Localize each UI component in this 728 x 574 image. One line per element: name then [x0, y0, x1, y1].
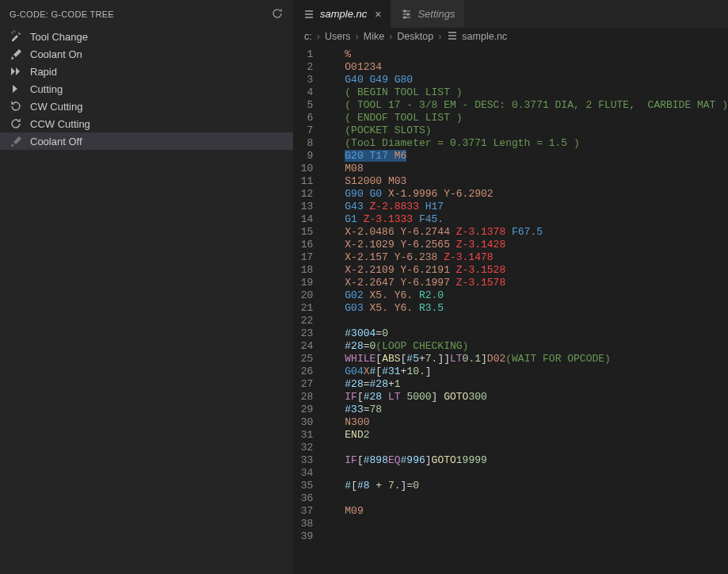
code-line[interactable]: X-2.157 Y-6.238 Z-3.1478	[345, 251, 728, 264]
tab[interactable]: sample.nc×	[293, 0, 391, 28]
token	[388, 289, 394, 301]
code-line[interactable]: IF[#28 LT 5000] GOTO300	[345, 391, 728, 404]
token: F45.	[419, 213, 444, 225]
token: 0	[413, 480, 419, 492]
token: (Tool Diameter = 0.3771 Length = 1.5 )	[345, 137, 579, 149]
token	[364, 289, 370, 301]
token	[382, 188, 388, 200]
code-line[interactable]: ( ENDOF TOOL LIST )	[345, 112, 728, 124]
code-line[interactable]: END2	[345, 429, 728, 442]
token	[382, 391, 388, 403]
code-line[interactable]: #28=0(LOOP CHECKING)	[345, 340, 728, 353]
code-line[interactable]: ( BEGIN TOOL LIST )	[345, 86, 728, 99]
token: Y6.	[394, 302, 413, 314]
line-number: 7	[293, 124, 313, 137]
token	[450, 239, 456, 251]
token: GOTO	[444, 391, 468, 403]
code-line[interactable]: X-2.2647 Y-6.1997 Z-3.1578	[345, 277, 728, 289]
code-line[interactable]: G90 G0 X-1.9996 Y-6.2902	[345, 188, 728, 201]
code-line[interactable]: S12000 M03	[345, 175, 728, 188]
token: =	[364, 378, 370, 390]
token	[450, 277, 456, 289]
code-line[interactable]	[345, 492, 728, 505]
token: Y-6.2902	[444, 188, 493, 200]
token: X-2.1029	[345, 239, 394, 251]
code-line[interactable]: G43 Z-2.8833 H17	[345, 201, 728, 213]
tree-item-label: Rapid	[30, 66, 57, 78]
ccw-icon	[10, 117, 22, 130]
line-number: 27	[293, 378, 313, 391]
code-line[interactable]: X-2.2109 Y-6.2191 Z-3.1528	[345, 264, 728, 277]
token	[388, 251, 394, 263]
tree-item[interactable]: CW Cutting	[0, 98, 293, 115]
code-line[interactable]: #28=#28+1	[345, 378, 728, 391]
code-line[interactable]	[345, 442, 728, 454]
code-line[interactable]: X-2.0486 Y-6.2744 Z-3.1378 F67.5	[345, 226, 728, 239]
line-number: 10	[293, 163, 313, 175]
tree-item[interactable]: Tool Change	[0, 28, 293, 45]
sidebar-title: G-CODE: G-CODE TREE	[10, 10, 114, 19]
code-line[interactable]: ( TOOL 17 - 3/8 EM - DESC: 0.3771 DIA, 2…	[345, 99, 728, 112]
token: IF	[345, 454, 357, 466]
line-number: 20	[293, 289, 313, 302]
code-line[interactable]	[345, 467, 728, 480]
token: WHILE	[345, 353, 375, 365]
token: G80	[394, 74, 413, 86]
breadcrumb-label: Mike	[364, 31, 384, 42]
refresh-button[interactable]	[271, 7, 284, 21]
token: ( BEGIN TOOL LIST )	[345, 86, 462, 98]
code-line[interactable]	[345, 530, 728, 543]
code-line[interactable]: #33=78	[345, 404, 728, 416]
token	[357, 213, 364, 225]
token: G90	[345, 188, 363, 200]
code-line[interactable]: WHILE[ABS[#5+7.]]LT0.1]D02(WAIT FOR OPCO…	[345, 353, 728, 365]
code-line[interactable]	[345, 518, 728, 530]
code-line[interactable]: M09	[345, 505, 728, 518]
tree-item[interactable]: Coolant Off	[0, 132, 293, 150]
code-line[interactable]: G1 Z-3.1333 F45.	[345, 213, 728, 226]
code-line[interactable]: #[#8 + 7.]=0	[345, 480, 728, 492]
code-line[interactable]: (Tool Diameter = 0.3771 Length = 1.5 )	[345, 137, 728, 150]
token: IF	[345, 391, 357, 403]
settings-icon	[400, 8, 413, 21]
token: #3004	[345, 327, 375, 339]
code-line[interactable]: G02 X5. Y6. R2.0	[345, 289, 728, 302]
token: (POCKET SLOTS)	[345, 124, 431, 136]
token: (WAIT FOR OPCODE)	[505, 353, 611, 365]
code-line[interactable]	[345, 315, 728, 327]
code-line[interactable]: N300	[345, 416, 728, 429]
token: #31	[382, 365, 400, 377]
breadcrumb-item[interactable]: c:	[304, 31, 312, 42]
code-line[interactable]: #3004=0	[345, 327, 728, 340]
tree-item[interactable]: Cutting	[0, 80, 293, 98]
token: F67.5	[512, 226, 543, 238]
breadcrumb-item[interactable]: sample.nc	[446, 29, 507, 44]
token: %	[345, 48, 351, 60]
line-number: 29	[293, 404, 313, 416]
code-line[interactable]: G03 X5. Y6. R3.5	[345, 302, 728, 315]
tree-item[interactable]: Rapid	[0, 63, 293, 80]
breadcrumb-item[interactable]: Users	[325, 31, 351, 42]
token: G1	[345, 213, 357, 225]
code-line[interactable]: (POCKET SLOTS)	[345, 124, 728, 137]
tab[interactable]: Settings	[391, 0, 464, 28]
code-line[interactable]: G40 G49 G80	[345, 74, 728, 86]
token: R3.5	[419, 302, 444, 314]
breadcrumb-item[interactable]: Mike	[364, 31, 384, 42]
token: Y-6.2744	[401, 226, 450, 238]
tree-item[interactable]: Coolant On	[0, 45, 293, 63]
code-area[interactable]: %O01234G40 G49 G80( BEGIN TOOL LIST )( T…	[327, 45, 728, 574]
close-icon[interactable]: ×	[375, 8, 381, 21]
code-line[interactable]: IF[#898EQ#996]GOTO19999	[345, 454, 728, 467]
editor[interactable]: 1234567891011121314151617181920212223242…	[293, 45, 728, 574]
code-line[interactable]: X-2.1029 Y-6.2565 Z-3.1428	[345, 239, 728, 251]
line-number: 18	[293, 264, 313, 277]
tree-item[interactable]: CCW Cutting	[0, 115, 293, 132]
code-line[interactable]: %	[345, 48, 728, 61]
code-line[interactable]: O01234	[345, 61, 728, 74]
code-line[interactable]: M08	[345, 163, 728, 175]
line-number: 39	[293, 530, 313, 543]
breadcrumb-item[interactable]: Desktop	[397, 31, 433, 42]
code-line[interactable]: G04X#[#31+10.]	[345, 365, 728, 378]
code-line[interactable]: G20 T17 M6	[345, 150, 728, 163]
